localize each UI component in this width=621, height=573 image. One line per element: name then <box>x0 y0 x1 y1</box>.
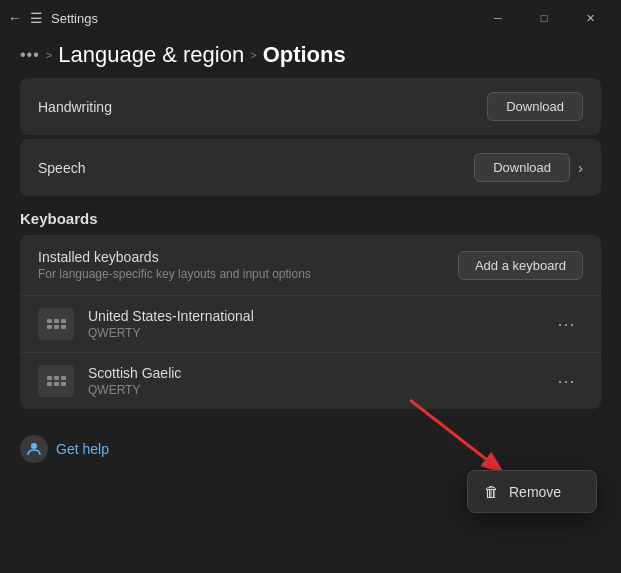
breadcrumb-current: Options <box>263 42 346 68</box>
close-button[interactable]: ✕ <box>567 3 613 33</box>
keyboard-name-us: United States-International <box>88 308 254 324</box>
remove-label: Remove <box>509 484 561 500</box>
keyboard-icon-sg <box>38 365 74 397</box>
title-bar: ← ☰ Settings ─ □ ✕ <box>0 0 621 36</box>
speech-actions: Download › <box>474 153 583 182</box>
hamburger-icon[interactable]: ☰ <box>30 10 43 26</box>
breadcrumb-sep2: > <box>250 49 256 61</box>
breadcrumb-sep1: > <box>46 49 52 61</box>
main-content: Handwriting Download Speech Download › K… <box>0 74 621 419</box>
installed-keyboards-row: Installed keyboards For language-specifi… <box>20 235 601 296</box>
handwriting-label: Handwriting <box>38 99 112 115</box>
help-icon <box>20 435 48 463</box>
installed-title: Installed keyboards <box>38 249 311 265</box>
keyboard-type-us: QWERTY <box>88 326 254 340</box>
keyboard-name-sg: Scottish Gaelic <box>88 365 181 381</box>
title-bar-controls: ─ □ ✕ <box>475 3 613 33</box>
keyboard-more-sg[interactable]: ⋯ <box>549 368 583 394</box>
keyboard-more-us[interactable]: ⋯ <box>549 311 583 337</box>
svg-point-2 <box>31 443 37 449</box>
help-row: Get help <box>0 425 621 473</box>
title-bar-left: ← ☰ Settings <box>8 10 98 26</box>
remove-menu-item[interactable]: 🗑 Remove <box>468 475 596 508</box>
back-icon[interactable]: ← <box>8 10 22 26</box>
get-help-link[interactable]: Get help <box>56 441 109 457</box>
handwriting-actions: Download <box>487 92 583 121</box>
handwriting-row: Handwriting Download <box>20 78 601 135</box>
add-keyboard-button[interactable]: Add a keyboard <box>458 251 583 280</box>
app-title: Settings <box>51 11 98 26</box>
speech-chevron-icon[interactable]: › <box>578 159 583 176</box>
keyboard-info-sg: Scottish Gaelic QWERTY <box>88 365 181 397</box>
speech-label: Speech <box>38 160 85 176</box>
handwriting-download-button[interactable]: Download <box>487 92 583 121</box>
keyboard-info-us: United States-International QWERTY <box>88 308 254 340</box>
keyboards-section-title: Keyboards <box>20 210 601 227</box>
minimize-button[interactable]: ─ <box>475 3 521 33</box>
keyboards-card: Installed keyboards For language-specifi… <box>20 235 601 409</box>
speech-download-button[interactable]: Download <box>474 153 570 182</box>
help-person-icon <box>26 441 42 457</box>
speech-row: Speech Download › <box>20 139 601 196</box>
trash-icon: 🗑 <box>484 483 499 500</box>
installed-info: Installed keyboards For language-specifi… <box>38 249 311 281</box>
keyboard-type-sg: QWERTY <box>88 383 181 397</box>
breadcrumb-language[interactable]: Language & region <box>58 42 244 68</box>
breadcrumb-dots[interactable]: ••• <box>20 46 40 64</box>
maximize-button[interactable]: □ <box>521 3 567 33</box>
keyboard-icon-us <box>38 308 74 340</box>
keyboard-entry-us: United States-International QWERTY ⋯ <box>20 296 601 353</box>
keyboard-entry-sg: Scottish Gaelic QWERTY ⋯ <box>20 353 601 409</box>
context-menu: 🗑 Remove <box>467 470 597 513</box>
installed-sub: For language-specific key layouts and in… <box>38 267 311 281</box>
breadcrumb: ••• > Language & region > Options <box>0 36 621 74</box>
